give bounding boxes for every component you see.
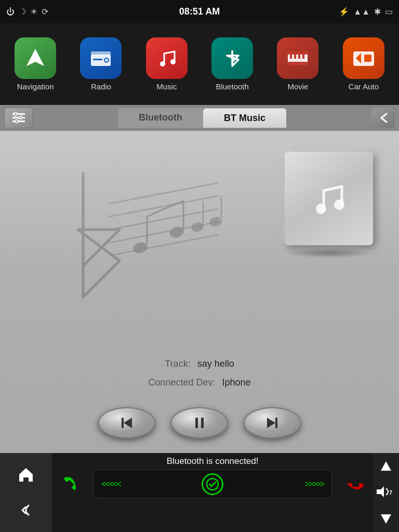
back-button[interactable]: [371, 108, 395, 128]
svg-marker-43: [267, 418, 275, 428]
svg-rect-5: [93, 59, 102, 60]
svg-marker-50: [381, 514, 391, 524]
track-value: say hello: [197, 358, 234, 369]
album-shadow: [285, 248, 373, 258]
carauto-label: Car Auto: [349, 82, 379, 91]
left-sidebar: [0, 453, 52, 532]
illustration-area: [0, 131, 399, 349]
svg-point-38: [334, 200, 344, 210]
album-art: [285, 152, 383, 256]
back-nav-button[interactable]: [10, 499, 42, 522]
prev-button[interactable]: [98, 407, 155, 438]
svg-point-7: [170, 59, 176, 64]
usb-icon: ⚡: [339, 7, 349, 17]
settings-button[interactable]: [4, 108, 33, 128]
svg-rect-12: [294, 55, 296, 59]
svg-point-29: [132, 241, 149, 255]
tabs-container: Bluetooth BT Music: [33, 108, 371, 128]
connected-dev-line: Connected Dev: Iphone: [148, 373, 250, 392]
music-icon: [146, 37, 188, 79]
svg-point-4: [105, 59, 108, 62]
tab-bar: Bluetooth BT Music: [0, 105, 399, 131]
svg-marker-47: [381, 461, 391, 471]
bluetooth-label: Bluetooth: [216, 82, 248, 91]
bt-status-text: Bluetooth is connected!: [167, 456, 259, 467]
movie-label: Movie: [287, 82, 308, 91]
vol-down-button[interactable]: [376, 509, 396, 529]
app-music[interactable]: Music: [138, 37, 195, 91]
svg-point-23: [15, 120, 18, 123]
call-accept-button[interactable]: [53, 471, 87, 497]
tab-bluetooth[interactable]: Bluetooth: [118, 108, 203, 128]
svg-point-21: [14, 113, 17, 116]
svg-rect-44: [275, 418, 277, 428]
playback-controls: [98, 407, 301, 438]
vol-up-button[interactable]: [376, 456, 396, 476]
center-bottom: Bluetooth is connected! <<<<<: [52, 453, 373, 532]
media-play-button[interactable]: [202, 473, 223, 495]
movie-icon: [277, 37, 318, 79]
svg-rect-10: [288, 62, 308, 65]
media-bar: <<<<< >>>>>: [93, 470, 332, 498]
album-art-box: [285, 152, 373, 245]
wifi-icon: ▲▲: [353, 7, 370, 17]
nav-label: Navigation: [17, 82, 54, 91]
track-label: Track:: [165, 358, 190, 369]
nav-icon: [15, 37, 56, 79]
svg-line-24: [109, 183, 218, 204]
media-chevrons-right: >>>>>: [304, 480, 324, 489]
moon-icon: ☽: [19, 7, 26, 17]
rotate-icon: ⟳: [42, 7, 48, 17]
status-bar: ⏻ ☽ ☀ ⟳ 08:51 AM ⚡ ▲▲ ✱ ▭: [0, 0, 399, 23]
svg-line-25: [109, 196, 218, 217]
svg-rect-42: [201, 418, 204, 428]
music-note-icon: [305, 175, 352, 222]
app-movie[interactable]: Movie: [269, 37, 326, 91]
svg-rect-2: [91, 51, 111, 56]
app-bluetooth[interactable]: Bluetooth: [204, 37, 261, 91]
next-button[interactable]: [244, 407, 301, 438]
svg-point-37: [316, 204, 326, 214]
radio-icon: [80, 37, 122, 79]
status-left-icons: ⏻ ☽ ☀ ⟳: [6, 7, 48, 17]
svg-rect-40: [122, 418, 124, 428]
connected-dev-label: Connected Dev:: [148, 377, 215, 388]
pause-button[interactable]: [171, 407, 228, 438]
svg-point-33: [190, 221, 204, 233]
media-chevrons-left: <<<<<: [101, 480, 121, 489]
main-content: Track: say hello Connected Dev: Iphone: [0, 131, 399, 479]
tab-btmusic[interactable]: BT Music: [203, 108, 286, 128]
svg-marker-48: [377, 486, 384, 497]
svg-rect-14: [302, 55, 304, 59]
status-time: 08:51 AM: [179, 6, 220, 17]
track-info: Track: say hello Connected Dev: Iphone: [148, 354, 250, 392]
bluetooth-app-icon: [211, 37, 253, 79]
svg-marker-45: [19, 468, 33, 482]
app-radio[interactable]: Radio: [72, 37, 129, 91]
svg-line-28: [109, 235, 218, 256]
call-decline-button[interactable]: [338, 471, 372, 497]
home-button[interactable]: [10, 463, 42, 487]
right-sidebar: 7: [373, 453, 399, 532]
svg-rect-20: [12, 121, 25, 122]
app-carauto[interactable]: Car Auto: [335, 37, 392, 91]
app-row: Navigation Radio Music: [0, 23, 399, 105]
app-navigation[interactable]: Navigation: [7, 37, 64, 91]
bottom-bar: Bluetooth is connected! <<<<<: [0, 453, 399, 532]
svg-point-6: [160, 61, 165, 66]
track-name-line: Track: say hello: [148, 354, 250, 373]
svg-marker-39: [124, 418, 132, 428]
status-right-icons: ⚡ ▲▲ ✱ ▭: [339, 7, 393, 17]
svg-rect-11: [290, 55, 292, 59]
connected-dev-value: Iphone: [222, 377, 251, 388]
bt-music-illustration: [21, 141, 239, 339]
carauto-icon: [343, 37, 384, 79]
svg-rect-41: [195, 418, 198, 428]
svg-point-35: [208, 216, 222, 228]
svg-rect-19: [12, 117, 25, 118]
svg-point-31: [168, 225, 185, 240]
battery-icon: ▭: [385, 7, 393, 17]
brightness-icon: ☀: [30, 7, 37, 17]
svg-point-22: [19, 116, 22, 119]
svg-text:7: 7: [389, 489, 392, 496]
